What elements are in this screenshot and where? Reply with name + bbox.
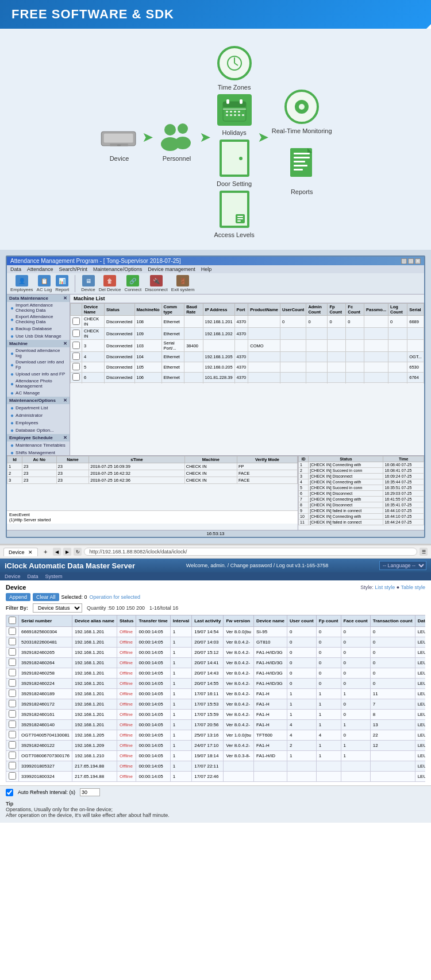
operation-btn[interactable]: Operation for selected	[90, 594, 141, 600]
list-item[interactable]: 3399201800324217.65.194.88Offline00:00:1…	[6, 772, 426, 782]
tab-close-icon[interactable]: ✕	[28, 549, 33, 555]
nav-data[interactable]: Data	[28, 574, 39, 579]
device-row-checkbox[interactable]	[9, 638, 16, 645]
menu-device[interactable]: Device management	[148, 266, 195, 272]
row-checkbox[interactable]	[72, 330, 80, 337]
list-item[interactable]: OGT704005704130081192.168.1.205Offline00…	[6, 730, 426, 741]
table-style-btn[interactable]: Table style	[401, 584, 425, 590]
menu-help[interactable]: Help	[201, 266, 212, 272]
append-btn[interactable]: Append	[6, 593, 30, 601]
exit-btn[interactable]: 🚪 Exit system	[171, 275, 195, 292]
menu-data[interactable]: Data	[10, 266, 21, 272]
row-checkbox[interactable]	[72, 342, 80, 349]
sidebar-item-shifts[interactable]: ●Shifts Management	[7, 449, 70, 455]
device-row-checkbox[interactable]	[9, 627, 16, 635]
sidebar-item-download-user[interactable]: ●Download user info and Fp	[7, 359, 70, 370]
sidebar-item-timetable[interactable]: ●Maintenance Timetables	[7, 441, 70, 449]
list-item[interactable]: 3929182460224192.168.1.201Offline00:00:1…	[6, 679, 426, 689]
select-all-cb[interactable]	[9, 617, 16, 624]
device-row-checkbox[interactable]	[9, 741, 16, 749]
sidebar-item-usb[interactable]: ●Use Usb Disk Manage	[7, 332, 70, 340]
nav-device[interactable]: Device	[5, 574, 21, 579]
table-row[interactable]: 5Disconnected105Ethernet192.168.0.205437…	[71, 362, 424, 373]
menu-search[interactable]: Search/Print	[59, 266, 88, 272]
list-item[interactable]: 3929182460189192.168.1.201Offline00:00:1…	[6, 689, 426, 699]
device-row-checkbox[interactable]	[9, 648, 16, 656]
table-row[interactable]: 4Disconnected104Ethernet192.168.1.205437…	[71, 352, 424, 362]
status-badge: Offline	[120, 774, 133, 779]
nav-system[interactable]: System	[45, 574, 63, 579]
row-checkbox[interactable]	[72, 373, 80, 381]
language-select[interactable]: -- Language --	[379, 561, 426, 570]
device-row-checkbox[interactable]	[9, 700, 16, 707]
sidebar-item-admin[interactable]: ●Administrator	[7, 412, 70, 419]
menu-attendance[interactable]: Attendance	[27, 266, 53, 272]
device-tab[interactable]: Device ✕	[3, 548, 38, 556]
employees-tab[interactable]: 👤 Employees	[10, 275, 33, 292]
disconnect-btn[interactable]: 🔌 Disconnect	[145, 275, 168, 292]
list-item[interactable]: 52031822600481192.168.1.201Offline00:00:…	[6, 637, 426, 648]
list-item[interactable]: 3929182460258192.168.1.201Offline00:00:1…	[6, 668, 426, 679]
sidebar-item-dept[interactable]: ●Department List	[7, 404, 70, 412]
device-row-checkbox[interactable]	[9, 679, 16, 687]
report-tab[interactable]: 📊 Report	[55, 275, 69, 292]
minimize-btn[interactable]: _	[401, 258, 407, 264]
sidebar-item-backup[interactable]: ●Backup Database	[7, 325, 70, 332]
sidebar-item-employees[interactable]: ●Employees	[7, 419, 70, 427]
device-row-checkbox[interactable]	[9, 690, 16, 697]
device-row-checkbox[interactable]	[9, 731, 16, 738]
row-checkbox[interactable]	[72, 363, 80, 370]
table-row[interactable]: 6Disconnected106Ethernet101.81.228.39437…	[71, 373, 424, 383]
row-checkbox[interactable]	[72, 353, 80, 360]
interval-input[interactable]	[80, 788, 100, 796]
sidebar-item-download-log[interactable]: ●Download attendance log	[7, 347, 70, 359]
sidebar-item-upload-user[interactable]: ●Upload user info and FP	[7, 370, 70, 378]
table-row[interactable]: 3Disconnected103Serial Port/...38400COMO	[71, 340, 424, 352]
sidebar-item-ac[interactable]: ●AC Manage	[7, 389, 70, 397]
sidebar-item-export[interactable]: ●Export Attendance Checking Data	[7, 313, 70, 325]
device-row-checkbox[interactable]	[9, 762, 16, 769]
connect-btn[interactable]: 🔗 Connect	[124, 275, 141, 292]
menu-maintenance[interactable]: Maintenance/Options	[93, 266, 142, 272]
device-row-checkbox[interactable]	[9, 752, 16, 759]
maximize-btn[interactable]: □	[408, 258, 414, 264]
sidebar-item-photo[interactable]: ●Attendance Photo Management	[7, 378, 70, 389]
new-tab-btn[interactable]: +	[40, 547, 51, 556]
forward-btn[interactable]: ▶	[63, 548, 71, 556]
sidebar-item-db[interactable]: ●Database Option...	[7, 427, 70, 434]
list-item[interactable]: 3929182460172192.168.1.201Offline00:00:1…	[6, 699, 426, 710]
list-item[interactable]: 3929182460140192.168.1.201Offline00:00:1…	[6, 720, 426, 730]
device-row-checkbox[interactable]	[9, 710, 16, 718]
url-bar[interactable]: http://192.168.1.88:8082/iclock/data/icl…	[84, 548, 417, 556]
list-item[interactable]: 3399201805327217.65.194.88Offline00:00:1…	[6, 761, 426, 772]
device-row-checkbox[interactable]	[9, 659, 16, 666]
aclog-tab[interactable]: 📋 AC Log	[37, 275, 52, 292]
col-check	[71, 304, 82, 316]
device-row-checkbox[interactable]	[9, 721, 16, 728]
win-controls[interactable]: _ □ ✕	[401, 258, 421, 264]
table-row[interactable]: 7Disconnected107USB3204	[71, 383, 424, 384]
list-item[interactable]: 3929182460264192.168.1.201Offline00:00:1…	[6, 658, 426, 668]
list-item[interactable]: 66691825600304192.168.1.201Offline00:00:…	[6, 627, 426, 637]
device-btn[interactable]: 🖥 Device	[81, 275, 95, 292]
table-row[interactable]: CHECK INDisconnected109Ethernet192.168.1…	[71, 328, 424, 340]
table-row[interactable]: CHECK INDisconnected108Ethernet192.168.1…	[71, 316, 424, 328]
auto-refresh-cb[interactable]	[6, 789, 13, 796]
list-item[interactable]: 3929182460161192.168.1.201Offline00:00:1…	[6, 710, 426, 720]
del-device-btn[interactable]: 🗑 Del Device	[99, 275, 121, 292]
list-item[interactable]: 3929182460122192.168.1.209Offline00:00:1…	[6, 741, 426, 751]
menu-btn[interactable]: ☰	[420, 548, 428, 556]
list-item[interactable]: OGT708006707300176192.168.1.210Offline00…	[6, 751, 426, 761]
sidebar-item-import[interactable]: ●Import Attendance Checking Data	[7, 302, 70, 313]
device-row-checkbox[interactable]	[9, 772, 16, 780]
row-checkbox[interactable]	[72, 317, 80, 325]
clear-all-btn[interactable]: Clear All	[33, 593, 59, 601]
close-btn[interactable]: ✕	[415, 258, 421, 264]
status-badge: Offline	[120, 733, 133, 738]
filter-select[interactable]: Device Status	[33, 603, 82, 613]
back-btn[interactable]: ◀	[53, 548, 61, 556]
list-item[interactable]: 3929182460265192.168.1.201Offline00:00:1…	[6, 648, 426, 658]
device-row-checkbox[interactable]	[9, 669, 16, 676]
list-style-btn[interactable]: List style	[375, 584, 395, 590]
refresh-btn[interactable]: ↻	[74, 548, 82, 556]
